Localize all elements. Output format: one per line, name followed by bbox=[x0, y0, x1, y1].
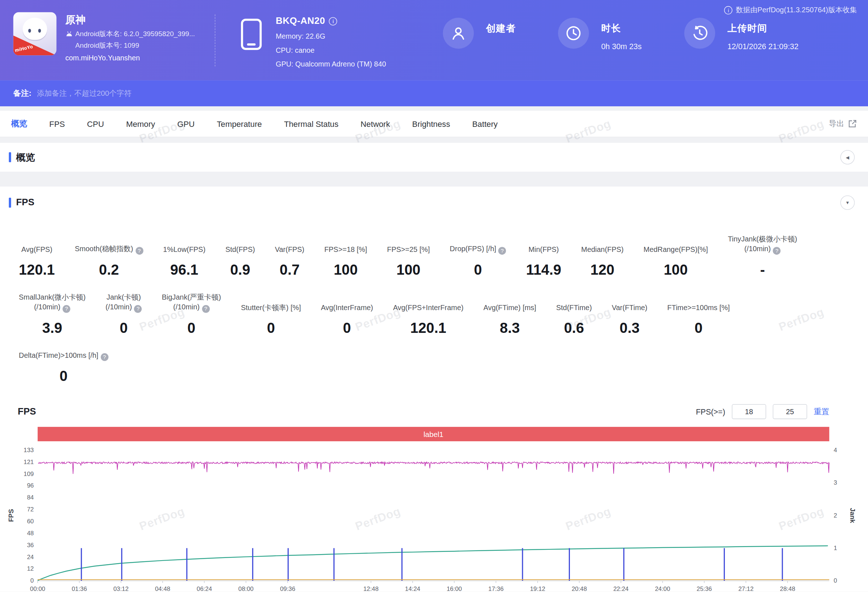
stat-avg-interframe: Avg(InterFrame)0 bbox=[321, 303, 373, 336]
tab-thermal-status[interactable]: Thermal Status bbox=[284, 119, 339, 128]
svg-text:24: 24 bbox=[27, 554, 34, 561]
export-icon bbox=[847, 119, 857, 128]
android-icon bbox=[65, 31, 73, 37]
tab-idx-0[interactable]: 概览 bbox=[11, 118, 27, 129]
stat-label: TinyJank(极微小卡顿)(/10min)? bbox=[728, 234, 797, 255]
stat-label: MedRange(FPS)[%] bbox=[644, 245, 708, 255]
creator-label: 创建者 bbox=[486, 22, 516, 35]
stat-jank: Jank(卡顿)(/10min)?0 bbox=[106, 292, 142, 336]
export-label: 导出 bbox=[829, 119, 844, 129]
tab-memory[interactable]: Memory bbox=[126, 119, 155, 128]
overview-section-bar: 概览 ◀ bbox=[0, 143, 868, 172]
reset-button[interactable]: 重置 bbox=[814, 407, 829, 417]
stat-min-fps: Min(FPS)114.9 bbox=[526, 245, 561, 278]
tab-gpu[interactable]: GPU bbox=[177, 119, 195, 128]
stat-label: FPS>=25 [%] bbox=[387, 245, 430, 255]
device-cpu: CPU: canoe bbox=[276, 43, 386, 57]
tab-fps[interactable]: FPS bbox=[49, 119, 65, 128]
info-icon bbox=[724, 6, 732, 14]
overview-collapse-button[interactable]: ◀ bbox=[840, 150, 855, 164]
fps-chart-title: FPS bbox=[18, 406, 36, 418]
tab-cpu[interactable]: CPU bbox=[87, 119, 104, 128]
collect-info-text: 数据由PerfDog(11.3.250764)版本收集 bbox=[736, 5, 857, 15]
stat-delta-ftime-100ms-h: Delta(FTime)>100ms [/h]?0 bbox=[19, 351, 108, 384]
svg-text:22:24: 22:24 bbox=[613, 586, 629, 592]
stat-var-ftime: Var(FTime)0.3 bbox=[612, 303, 647, 336]
creator-icon bbox=[443, 18, 474, 49]
stat-label: Min(FPS) bbox=[528, 245, 559, 255]
svg-text:20:48: 20:48 bbox=[572, 586, 587, 592]
svg-text:Jank: Jank bbox=[849, 508, 856, 523]
svg-text:84: 84 bbox=[27, 494, 34, 501]
svg-text:72: 72 bbox=[27, 506, 34, 513]
upload-time-value: 12/01/2026 21:09:32 bbox=[728, 42, 799, 51]
svg-text:27:12: 27:12 bbox=[738, 586, 753, 592]
export-button[interactable]: 导出 bbox=[829, 119, 857, 129]
fps-threshold-high-input[interactable] bbox=[773, 404, 807, 419]
fps-threshold-low-input[interactable] bbox=[732, 404, 766, 419]
stat-value: 0 bbox=[60, 368, 68, 384]
svg-text:09:36: 09:36 bbox=[280, 586, 295, 592]
stat-label: FPS>=18 [%] bbox=[324, 245, 367, 255]
svg-text:14:24: 14:24 bbox=[405, 586, 420, 592]
stat-label: Smooth(稳帧指数)? bbox=[75, 244, 143, 255]
stat-value: 120.1 bbox=[19, 261, 55, 278]
stat-label: Avg(InterFrame) bbox=[321, 303, 373, 313]
help-icon[interactable]: ? bbox=[134, 305, 142, 313]
tab-bar: 概览FPSCPUMemoryGPUTemperatureThermal Stat… bbox=[0, 111, 868, 137]
fps-chart-header: FPS FPS(>=) 重置 bbox=[0, 404, 868, 419]
stat-value: 100 bbox=[664, 261, 688, 278]
stat-label: Var(FPS) bbox=[275, 245, 305, 255]
app-block: miHoYo 原神 Android版本名: 6.2.0_39595820_399… bbox=[13, 12, 195, 62]
stat-label: BigJank(严重卡顿)(/10min)? bbox=[162, 292, 221, 313]
help-icon[interactable]: ? bbox=[100, 353, 108, 361]
tab-bar-items: 概览FPSCPUMemoryGPUTemperatureThermal Stat… bbox=[11, 118, 498, 129]
tab-brightness[interactable]: Brightness bbox=[412, 119, 450, 128]
device-info-icon[interactable] bbox=[329, 17, 337, 25]
remark-label: 备注: bbox=[13, 88, 31, 98]
help-icon[interactable]: ? bbox=[498, 247, 506, 254]
remark-bar: 备注: bbox=[0, 80, 868, 106]
stat-value: 0 bbox=[474, 261, 482, 278]
header-divider bbox=[215, 15, 216, 66]
svg-text:96: 96 bbox=[27, 482, 34, 489]
tab-network[interactable]: Network bbox=[361, 119, 390, 128]
stat-value: 0 bbox=[267, 319, 275, 336]
report-header: miHoYo 原神 Android版本名: 6.2.0_39595820_399… bbox=[0, 0, 868, 80]
stat-value: 96.1 bbox=[170, 261, 198, 278]
remark-input[interactable] bbox=[37, 89, 391, 97]
help-icon[interactable]: ? bbox=[202, 305, 210, 313]
perfdog-report-page: miHoYo 原神 Android版本名: 6.2.0_39595820_399… bbox=[0, 0, 868, 592]
app-icon-character bbox=[23, 18, 47, 40]
stat-value: 0 bbox=[343, 319, 351, 336]
stat-value: 3.9 bbox=[42, 319, 62, 336]
stat-label: Drop(FPS) [/h]? bbox=[450, 244, 506, 255]
help-icon[interactable]: ? bbox=[62, 305, 70, 313]
stat-tinyjank: TinyJank(极微小卡顿)(/10min)?- bbox=[728, 234, 797, 278]
stat-bigjank: BigJank(严重卡顿)(/10min)?0 bbox=[162, 292, 221, 336]
svg-text:12:48: 12:48 bbox=[363, 586, 378, 592]
stat-value: 0 bbox=[120, 319, 128, 336]
stat-label: SmallJank(微小卡顿)(/10min)? bbox=[19, 292, 86, 313]
svg-text:17:36: 17:36 bbox=[488, 586, 503, 592]
stat-label: Jank(卡顿)(/10min)? bbox=[106, 292, 142, 313]
tab-temperature[interactable]: Temperature bbox=[217, 119, 262, 128]
fps-collapse-button[interactable]: ▼ bbox=[840, 195, 855, 210]
svg-text:0: 0 bbox=[834, 577, 837, 584]
svg-text:16:00: 16:00 bbox=[447, 586, 462, 592]
stats-row: Delta(FTime)>100ms [/h]?0 bbox=[19, 351, 868, 384]
stat-label: Std(FTime) bbox=[556, 303, 592, 313]
overview-title: 概览 bbox=[16, 151, 35, 163]
tab-battery[interactable]: Battery bbox=[472, 119, 497, 128]
stat-drop-fps-h: Drop(FPS) [/h]?0 bbox=[450, 244, 506, 278]
stat-std-fps: Std(FPS)0.9 bbox=[226, 245, 255, 278]
stat-label: FTime>=100ms [%] bbox=[667, 303, 730, 313]
svg-text:2: 2 bbox=[834, 512, 837, 519]
svg-text:03:12: 03:12 bbox=[114, 586, 128, 592]
help-icon[interactable]: ? bbox=[136, 247, 143, 254]
device-model: BKQ-AN20 bbox=[276, 16, 325, 27]
help-icon[interactable]: ? bbox=[773, 247, 781, 254]
duration-value: 0h 30m 23s bbox=[601, 42, 642, 51]
stat-smalljank: SmallJank(微小卡顿)(/10min)?3.9 bbox=[19, 292, 86, 336]
stat-avg-fps-interframe: Avg(FPS+InterFrame)120.1 bbox=[393, 303, 464, 336]
